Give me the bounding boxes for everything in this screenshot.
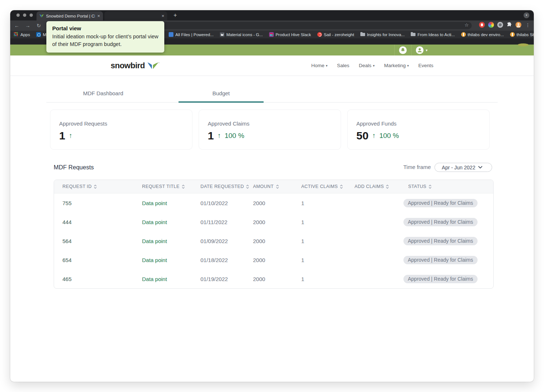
bookmark-label: Material icons - G... [226,32,263,37]
bookmark-apps[interactable]: Apps [14,32,30,37]
request-id-link[interactable]: 444 [62,219,142,225]
column-header-active-claims[interactable]: ACTIVE CLAIMS [301,184,355,189]
snowbird-logo[interactable]: snowbird [111,61,160,70]
notifications-button[interactable] [399,46,407,54]
bookmark-sail[interactable]: Sail - zeroheight [317,32,354,37]
tab-title: Snowbird Demo Portal | CMS [46,14,95,18]
nav-marketing[interactable]: Marketing▾ [384,63,409,68]
timeframe-label: Time frame [403,164,431,171]
zeroheight-icon [317,32,322,37]
status-badge: Approved | Ready for Claims [403,218,478,226]
user-account-button[interactable] [416,46,424,54]
bookmark-material-icons[interactable]: Material icons - G... [220,32,263,37]
close-tab-icon[interactable]: × [161,13,164,19]
active-claims: 1 [301,276,355,282]
request-title-link[interactable]: Data point [142,219,200,225]
mdf-requests-table: REQUEST ID REQUEST TITLE DATE REQUESTED … [54,180,494,289]
table-row[interactable]: 465 Data point 01/19/2022 2000 1 Approve… [54,269,493,288]
timeframe-select[interactable]: Apr - Jun 2022 [434,163,492,172]
request-id-link[interactable]: 654 [62,257,142,263]
section-title: MDF Requests [50,164,94,172]
extension-icon[interactable] [497,22,503,28]
table-header-row: REQUEST ID REQUEST TITLE DATE REQUESTED … [54,180,493,193]
extensions-puzzle-icon[interactable] [506,22,512,28]
nav-home[interactable]: Home▾ [311,63,328,68]
column-header-status[interactable]: STATUS [408,184,493,189]
table-row[interactable]: 755 Data point 01/10/2022 2000 1 Approve… [54,193,493,212]
tab-budget[interactable]: Budget [179,86,264,102]
date-requested: 01/09/2022 [200,238,253,244]
browser-tab-snowbird[interactable]: Snowbird Demo Portal | CMS × [37,11,103,20]
back-icon[interactable]: ← [14,23,20,28]
table-row[interactable]: 444 Data point 01/11/2022 2000 1 Approve… [54,212,493,231]
tab-search-button[interactable]: ▾ [524,12,529,18]
portal-header: snowbird Home▾ Sales Deals▾ Marketing▾ E… [10,55,534,76]
nav-events[interactable]: Events [418,63,433,68]
bookmark-label: All Files | Powered... [175,32,214,37]
chevron-down-icon: ▾ [373,64,375,68]
sort-icon [429,185,432,189]
window-controls[interactable] [16,14,33,17]
status-badge: Approved | Ready for Claims [403,256,478,264]
table-row[interactable]: 654 Data point 01/18/2022 2000 1 Approve… [54,250,493,269]
stat-approved-funds: Approved Funds 50 ↑ 100 % [347,109,490,150]
bookmark-label: Apps [20,32,30,37]
outlook-icon [36,32,41,37]
stat-value: 1 [59,130,65,142]
close-window-icon[interactable] [16,14,20,17]
stat-percent: 100 % [379,132,399,140]
slack-icon [269,32,274,37]
portal-tabs: MDF Dashboard Budget [46,86,498,103]
annotation-title: Portal view [52,25,158,31]
bookmark-thilabs-dev[interactable]: thilabs dev enviro... [461,32,504,37]
thilabs-icon [461,32,466,37]
tab-mdf-dashboard[interactable]: MDF Dashboard [61,86,146,102]
bookmark-thilabs-stage[interactable]: thilabs Stage [510,32,534,37]
nav-deals[interactable]: Deals▾ [359,63,375,68]
bookmark-label: Sail - zeroheight [324,32,354,37]
browser-titlebar: Snowbird Demo Portal | CMS × × + ▾ [10,10,534,20]
bookmark-star-icon[interactable]: ☆ [464,22,469,28]
snowbird-logomark [147,62,160,69]
user-caret-icon[interactable]: ▾ [426,48,428,52]
nav-sales[interactable]: Sales [337,63,349,68]
column-header-amount[interactable]: AMOUNT [253,184,301,189]
extension-icon[interactable] [479,22,485,28]
request-title-link[interactable]: Data point [142,257,200,263]
column-header-request-id[interactable]: REQUEST ID [62,184,142,189]
request-title-link[interactable]: Data point [142,276,200,282]
browser-tab-blank[interactable]: × [104,11,167,20]
request-title-link[interactable]: Data point [142,238,200,244]
maximize-window-icon[interactable] [30,14,33,17]
bookmark-label: From Ideas to Acti... [417,32,455,37]
chevron-down-icon: ▾ [407,64,409,68]
stat-percent: 100 % [225,132,244,140]
reload-icon[interactable]: ↻ [36,23,42,28]
table-row[interactable]: 564 Data point 01/09/2022 2000 1 Approve… [54,231,493,250]
column-header-request-title[interactable]: REQUEST TITLE [142,184,200,189]
browser-menu-icon[interactable]: ⋮ [525,22,531,28]
new-tab-button[interactable]: + [172,12,179,19]
stat-label: Approved Requests [59,120,192,127]
brand-wordmark: snowbird [111,61,145,70]
bookmark-from-ideas[interactable]: From Ideas to Acti... [411,32,455,37]
request-id-link[interactable]: 564 [62,238,142,244]
minimize-window-icon[interactable] [23,14,26,17]
request-id-link[interactable]: 465 [62,276,142,282]
profile-avatar[interactable] [516,22,521,28]
bookmark-label: thilabs dev enviro... [468,32,504,37]
bookmark-product-hive[interactable]: Product Hive Slack [269,32,311,37]
extension-pinwheel-icon[interactable] [488,22,494,28]
portal-nav: Home▾ Sales Deals▾ Marketing▾ Events [311,63,433,68]
column-header-add-claims[interactable]: ADD CLAIMS [355,184,408,189]
chevron-down-icon [478,166,482,169]
request-title-link[interactable]: Data point [142,200,200,206]
bookmark-insights[interactable]: Insights for Innova... [360,32,405,37]
material-icon [220,32,225,37]
forward-icon[interactable]: → [25,23,31,28]
column-header-date-requested[interactable]: DATE REQUESTED [200,184,253,189]
bookmark-all-files[interactable]: All Files | Powered... [169,32,214,37]
close-tab-icon[interactable]: × [97,13,100,19]
arrow-up-icon: ↑ [372,132,376,140]
request-id-link[interactable]: 755 [62,200,142,206]
